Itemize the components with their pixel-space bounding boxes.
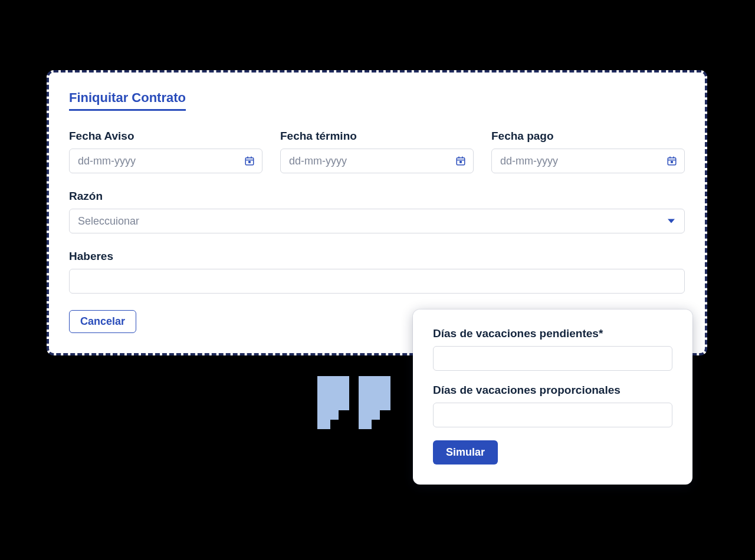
haberes-input[interactable] bbox=[69, 269, 685, 294]
fecha-termino-label: Fecha término bbox=[280, 130, 474, 143]
calendar-icon bbox=[455, 156, 466, 166]
fecha-termino-placeholder: dd-mm-yyyy bbox=[289, 155, 347, 167]
vacaciones-pendientes-input[interactable] bbox=[433, 346, 672, 371]
fecha-pago-label: Fecha pago bbox=[491, 130, 685, 143]
vacaciones-proporcionales-input[interactable] bbox=[433, 403, 672, 427]
simulate-button[interactable]: Simular bbox=[433, 440, 498, 465]
fecha-pago-group: Fecha pago dd-mm-yyyy bbox=[491, 130, 685, 173]
fecha-termino-group: Fecha término dd-mm-yyyy bbox=[280, 130, 474, 173]
fecha-termino-input[interactable]: dd-mm-yyyy bbox=[280, 149, 474, 173]
vacaciones-proporcionales-group: Días de vacaciones proporcionales bbox=[433, 384, 672, 427]
calendar-icon bbox=[667, 156, 677, 166]
fecha-aviso-input[interactable]: dd-mm-yyyy bbox=[69, 149, 262, 173]
calendar-icon bbox=[244, 156, 255, 166]
svg-rect-14 bbox=[671, 162, 672, 163]
vacaciones-popup: Días de vacaciones pendientes* Días de v… bbox=[413, 309, 692, 485]
fecha-aviso-label: Fecha Aviso bbox=[69, 130, 262, 143]
haberes-label: Haberes bbox=[69, 250, 685, 263]
svg-rect-9 bbox=[460, 162, 461, 163]
fecha-pago-placeholder: dd-mm-yyyy bbox=[500, 155, 558, 167]
vacaciones-pendientes-label: Días de vacaciones pendientes* bbox=[433, 327, 672, 340]
card-title: Finiquitar Contrato bbox=[69, 90, 186, 111]
razon-select[interactable]: Seleccuionar bbox=[69, 209, 685, 233]
fecha-pago-input[interactable]: dd-mm-yyyy bbox=[491, 149, 685, 173]
fecha-aviso-placeholder: dd-mm-yyyy bbox=[78, 155, 136, 167]
razon-group: Razón Seleccuionar bbox=[69, 190, 685, 233]
vacaciones-pendientes-group: Días de vacaciones pendientes* bbox=[433, 327, 672, 371]
date-fields-row: Fecha Aviso dd-mm-yyyy Fecha término dd-… bbox=[69, 130, 685, 173]
haberes-group: Haberes bbox=[69, 250, 685, 294]
razon-label: Razón bbox=[69, 190, 685, 203]
svg-rect-4 bbox=[249, 162, 250, 163]
razon-placeholder: Seleccuionar bbox=[78, 215, 139, 228]
fecha-aviso-group: Fecha Aviso dd-mm-yyyy bbox=[69, 130, 262, 173]
chevron-down-icon bbox=[668, 219, 675, 223]
quote-decoration-icon bbox=[313, 376, 395, 441]
cancel-button[interactable]: Cancelar bbox=[69, 310, 136, 333]
vacaciones-proporcionales-label: Días de vacaciones proporcionales bbox=[433, 384, 672, 397]
